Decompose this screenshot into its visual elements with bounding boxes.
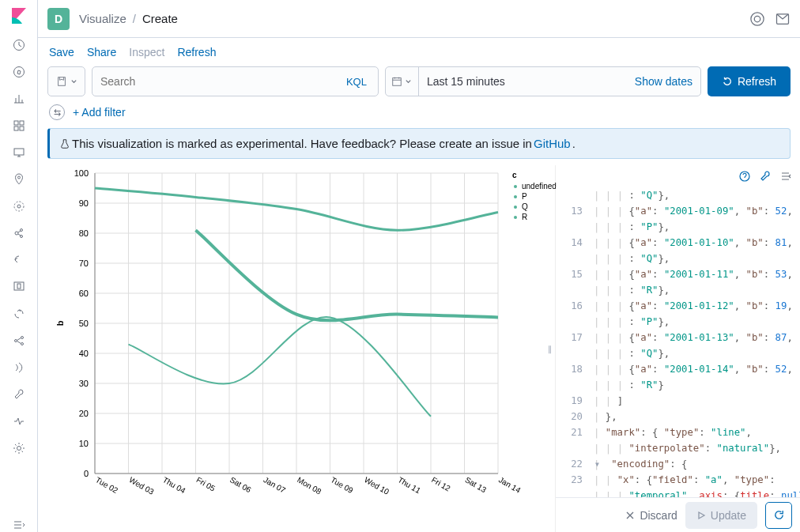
svg-point-20	[754, 16, 760, 22]
editor-help-icon[interactable]	[738, 170, 751, 183]
nav-recent-icon[interactable]	[12, 38, 26, 52]
svg-point-82	[514, 216, 517, 219]
svg-text:100: 100	[74, 168, 89, 178]
svg-text:Jan 07: Jan 07	[262, 475, 288, 495]
svg-text:Wed 03: Wed 03	[128, 475, 157, 496]
svg-rect-23	[393, 78, 402, 86]
callout-text: This visualization is marked as experime…	[72, 137, 532, 150]
svg-text:90: 90	[79, 198, 89, 208]
nav-rail	[0, 0, 38, 532]
beaker-icon	[59, 138, 70, 149]
svg-text:Sat 06: Sat 06	[228, 475, 253, 494]
refresh-button-label: Refresh	[738, 75, 776, 88]
svg-point-10	[15, 232, 18, 235]
save-link[interactable]: Save	[49, 46, 74, 58]
kibana-logo	[9, 6, 28, 25]
svg-point-16	[21, 337, 23, 339]
nav-siem-icon[interactable]	[12, 334, 26, 348]
saved-query-button[interactable]	[47, 66, 85, 96]
nav-ml-icon[interactable]	[12, 199, 26, 213]
nav-logs-icon[interactable]	[12, 253, 26, 267]
nav-maps-icon[interactable]	[12, 172, 26, 187]
svg-text:70: 70	[79, 258, 89, 268]
nav-uptime-icon[interactable]	[12, 307, 26, 321]
svg-text:P: P	[522, 192, 527, 201]
svg-text:Thu 11: Thu 11	[397, 475, 423, 495]
nav-beats-icon[interactable]	[12, 360, 26, 375]
search-input[interactable]	[100, 75, 346, 88]
svg-text:50: 50	[79, 319, 89, 328]
editor-expand-icon[interactable]	[779, 170, 792, 183]
nav-monitoring-icon[interactable]	[12, 414, 26, 428]
svg-point-76	[514, 185, 517, 188]
calendar-icon[interactable]	[386, 67, 419, 96]
kql-toggle[interactable]: KQL	[346, 76, 370, 88]
search-box[interactable]: KQL	[92, 66, 379, 96]
timerange-label: Last 15 minutes	[419, 75, 635, 88]
svg-rect-14	[17, 284, 21, 289]
svg-point-9	[14, 202, 24, 211]
svg-text:Fri 12: Fri 12	[430, 475, 452, 493]
svg-text:undefined: undefined	[522, 182, 557, 191]
nav-apm-icon[interactable]	[12, 280, 26, 294]
svg-text:Sat 13: Sat 13	[464, 475, 489, 494]
date-picker[interactable]: Last 15 minutes Show dates	[385, 66, 701, 96]
svg-text:0: 0	[84, 469, 89, 478]
breadcrumb-parent[interactable]: Visualize	[79, 12, 126, 25]
svg-text:Fri 05: Fri 05	[195, 475, 217, 493]
breadcrumb: Visualize / Create	[79, 12, 178, 25]
nav-devtools-icon[interactable]	[12, 387, 26, 402]
update-button: Update	[685, 502, 757, 529]
svg-point-7	[17, 176, 20, 179]
svg-rect-3	[20, 121, 24, 125]
help-icon[interactable]	[749, 11, 765, 27]
svg-text:60: 60	[79, 289, 89, 298]
svg-point-17	[21, 343, 23, 345]
svg-rect-5	[20, 126, 24, 130]
callout-link[interactable]: GitHub	[534, 137, 571, 150]
nav-infra-icon[interactable]	[12, 226, 26, 240]
refresh-button[interactable]: Refresh	[708, 66, 791, 96]
svg-text:Tue 09: Tue 09	[330, 475, 356, 495]
svg-point-8	[17, 205, 21, 208]
svg-rect-4	[14, 126, 18, 130]
svg-text:R: R	[522, 213, 527, 221]
refresh-link[interactable]: Refresh	[177, 46, 216, 58]
share-link[interactable]: Share	[87, 46, 116, 58]
discard-button[interactable]: Discard	[625, 509, 677, 522]
svg-text:80: 80	[79, 228, 89, 238]
code-editor[interactable]: 131415161718192021222324252627 | | | : "…	[556, 187, 800, 497]
query-bar: KQL Last 15 minutes Show dates Refresh	[38, 66, 800, 104]
filter-bar: ⇆ + Add filter	[38, 104, 800, 128]
nav-discover-icon[interactable]	[12, 65, 26, 79]
filter-options-icon[interactable]: ⇆	[49, 104, 65, 120]
svg-point-19	[751, 12, 764, 25]
add-filter-link[interactable]: + Add filter	[73, 106, 126, 119]
svg-rect-2	[14, 121, 18, 125]
editor-pane: 131415161718192021222324252627 | | | : "…	[555, 165, 800, 532]
nav-collapse-icon[interactable]	[12, 518, 26, 532]
breadcrumb-current: Create	[142, 12, 178, 25]
svg-text:c: c	[512, 171, 517, 179]
svg-point-80	[514, 206, 517, 209]
editor-settings-icon[interactable]	[759, 170, 772, 183]
svg-point-15	[14, 340, 17, 342]
reload-button[interactable]	[765, 502, 792, 529]
svg-text:Tue 02: Tue 02	[94, 475, 120, 495]
nav-visualize-icon[interactable]	[12, 92, 26, 106]
svg-text:30: 30	[79, 379, 89, 388]
line-chart: 0102030405060708090100Tue 02Wed 03Thu 04…	[47, 165, 561, 521]
svg-point-1	[13, 67, 24, 77]
svg-text:Thu 04: Thu 04	[161, 475, 187, 495]
top-bar: D Visualize / Create	[38, 0, 800, 38]
action-bar: Save Share Inspect Refresh	[38, 38, 800, 66]
svg-text:b: b	[55, 320, 65, 326]
space-badge[interactable]: D	[47, 8, 70, 30]
nav-dashboard-icon[interactable]	[12, 119, 26, 133]
newsfeed-icon[interactable]	[775, 11, 791, 27]
svg-rect-6	[14, 149, 24, 155]
nav-canvas-icon[interactable]	[12, 145, 26, 160]
nav-management-icon[interactable]	[12, 441, 26, 455]
show-dates-link[interactable]: Show dates	[635, 75, 700, 88]
chart-pane: 0102030405060708090100Tue 02Wed 03Thu 04…	[47, 165, 544, 532]
